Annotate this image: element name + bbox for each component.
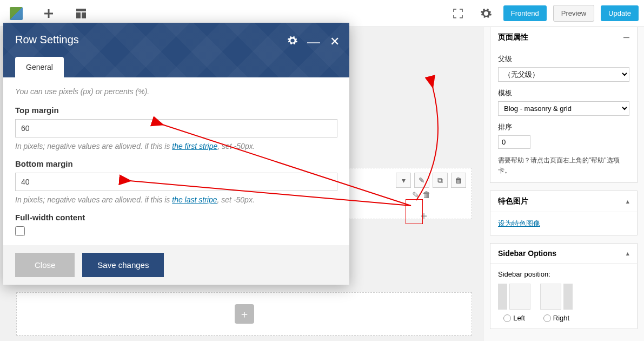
sidebar-left-radio[interactable]: Left — [503, 314, 525, 322]
row-delete-button[interactable]: 🗑 — [451, 173, 466, 188]
bottom-margin-label: Bottom margin — [15, 159, 337, 168]
settings-gear-icon[interactable] — [475, 3, 497, 24]
vc-logo[interactable] — [5, 3, 27, 24]
add-element-plus-icon[interactable]: ＋ — [419, 208, 429, 223]
sidebar-left-preview[interactable] — [498, 284, 530, 310]
full-width-checkbox[interactable] — [15, 226, 25, 236]
panel-toggle-icon[interactable]: — — [623, 34, 629, 41]
top-margin-label: Top margin — [15, 106, 337, 115]
update-button[interactable]: Update — [601, 5, 639, 21]
panel-title-sidebar-options: Sidebar Options — [498, 249, 556, 258]
svg-rect-0 — [76, 9, 86, 11]
full-width-label: Full-width content — [15, 213, 337, 222]
panel-title-featured-image: 特色图片 — [498, 196, 528, 206]
add-block-button[interactable]: ＋ — [235, 304, 254, 324]
bottom-margin-input[interactable] — [15, 173, 337, 191]
parent-select[interactable]: （无父级） — [498, 67, 629, 82]
hint-text: You can use pixels (px) or percents (%). — [15, 87, 337, 96]
bottom-margin-help: In pixels; negative values are allowed. … — [15, 195, 337, 204]
modal-save-button[interactable]: Save changes — [82, 253, 164, 277]
set-featured-image-link[interactable]: 设为特色图像 — [498, 219, 540, 227]
panel-toggle-icon[interactable]: ▴ — [626, 198, 629, 205]
modal-minimize-icon[interactable]: — — [307, 40, 320, 44]
svg-rect-1 — [76, 12, 81, 18]
builder-row-empty[interactable]: ＋ — [16, 292, 472, 336]
template-icon[interactable] — [70, 3, 92, 24]
expand-icon[interactable] — [447, 3, 469, 24]
modal-close-icon[interactable]: ✕ — [330, 35, 340, 49]
page-attrs-help: 需要帮助？请点击页面右上角的"帮助"选项卡。 — [498, 155, 629, 176]
top-margin-help: In pixels; negative values are allowed. … — [15, 142, 337, 150]
sidebar-right-radio[interactable]: Right — [543, 314, 569, 322]
preview-button[interactable]: Preview — [553, 5, 594, 22]
top-margin-input[interactable] — [15, 119, 337, 137]
order-input[interactable] — [498, 135, 530, 149]
svg-rect-2 — [82, 12, 86, 18]
template-label: 模板 — [498, 88, 629, 98]
sidebar-right-preview[interactable] — [540, 284, 573, 310]
row-edit-button[interactable]: ✎ — [414, 173, 429, 188]
frontend-button[interactable]: Frontend — [503, 5, 547, 21]
last-stripe-link[interactable]: the last stripe — [172, 195, 217, 204]
row-dropdown-button[interactable]: ▾ — [396, 173, 411, 188]
modal-close-button[interactable]: Close — [15, 253, 75, 277]
panel-title-page-attrs: 页面属性 — [498, 32, 528, 42]
column-delete-icon[interactable]: 🗑 — [422, 190, 431, 200]
row-settings-modal: Row Settings — ✕ General You can use pix… — [3, 23, 349, 285]
tab-general[interactable]: General — [15, 57, 64, 77]
first-stripe-link[interactable]: the first stripe — [172, 142, 217, 150]
panel-toggle-icon[interactable]: ▴ — [626, 250, 629, 257]
modal-gear-icon[interactable] — [288, 36, 297, 48]
add-element-icon[interactable] — [38, 3, 59, 24]
template-select[interactable]: Blog - masonry & grid — [498, 101, 629, 116]
column-edit-icon[interactable]: ✎ — [412, 190, 419, 200]
sidebar-position-label: Sidebar position: — [498, 270, 629, 278]
row-clone-button[interactable]: ⧉ — [433, 173, 448, 188]
order-label: 排序 — [498, 122, 629, 132]
parent-label: 父级 — [498, 54, 629, 64]
